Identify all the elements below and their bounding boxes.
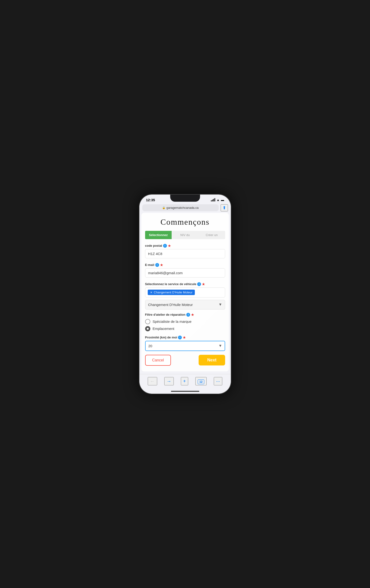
tab-creer[interactable]: Créer un (198, 231, 225, 239)
lock-icon: 🔒 (162, 206, 165, 209)
url-text: garagematchcanada.ca (166, 206, 199, 210)
filter-label: Filtre d'atelier de réparation i ★ (145, 313, 225, 317)
filter-required: ★ (191, 313, 194, 317)
status-time: 12:35 (146, 198, 155, 202)
page-title: Commençons (145, 218, 225, 227)
postal-code-group: code postal i ★ (145, 244, 225, 262)
forward-button[interactable]: → (164, 377, 174, 385)
service-required: ★ (202, 282, 205, 286)
radio-group: Spécialiste de la marque Emplacement (145, 318, 225, 332)
radio-btn-emplacement[interactable] (145, 326, 150, 331)
radio-emplacement-label: Emplacement (153, 326, 174, 331)
browser-bar: 🔒 garagematchcanada.ca ⬆ (140, 203, 231, 213)
postal-code-info-icon[interactable]: i (163, 244, 167, 248)
proximity-required: ★ (183, 336, 186, 339)
share-button[interactable]: ⬆ (221, 204, 228, 211)
tab-count: 12 (198, 379, 204, 384)
email-group: E-mail i ★ (145, 263, 225, 281)
radio-option-marque[interactable]: Spécialiste de la marque (145, 318, 225, 325)
email-required: ★ (160, 263, 163, 267)
battery-icon: ▬ (221, 198, 224, 202)
proximity-info-icon[interactable]: i (178, 336, 182, 339)
service-tag-label: Changement D'Huile Moteur (154, 291, 193, 294)
service-label: Sélectionnez le service de véhicule i ★ (145, 282, 225, 286)
tab-selectionnez[interactable]: Sélectionnez (145, 231, 172, 239)
service-tags-area[interactable]: ✕ Changement D'Huile Moteur (145, 287, 225, 297)
back-button[interactable]: ← (148, 377, 157, 385)
email-input[interactable] (145, 268, 225, 278)
postal-code-required: ★ (168, 244, 171, 248)
add-tab-button[interactable]: + (181, 377, 189, 385)
filter-info-icon[interactable]: i (186, 313, 190, 317)
radio-btn-marque[interactable] (145, 319, 150, 324)
home-indicator (171, 391, 199, 392)
tag-remove-icon[interactable]: ✕ (150, 291, 152, 294)
email-label: E-mail i ★ (145, 263, 225, 267)
service-select-wrapper: Changement D'Huile Moteur ▼ (145, 300, 225, 310)
next-button[interactable]: Next (199, 355, 225, 366)
radio-marque-label: Spécialiste de la marque (153, 319, 191, 324)
service-tag: ✕ Changement D'Huile Moteur (148, 290, 195, 295)
postal-code-label: code postal i ★ (145, 244, 225, 248)
content-scroll[interactable]: Commençons Sélectionnez NIV du Créer un (140, 213, 231, 374)
notch (170, 195, 200, 202)
radio-option-emplacement[interactable]: Emplacement (145, 325, 225, 332)
url-bar[interactable]: 🔒 garagematchcanada.ca (142, 204, 219, 211)
filter-group: Filtre d'atelier de réparation i ★ Spéci… (145, 313, 225, 332)
safari-bottom-bar: ← → + 12 ··· (140, 374, 231, 391)
signal-icon (211, 198, 215, 201)
proximity-select[interactable]: 20 50 100 (145, 341, 225, 351)
phone-frame: 12:35 ▲ ▬ 🔒 garagematchcanada.ca ⬆ (139, 194, 231, 394)
service-select[interactable]: Changement D'Huile Moteur (145, 300, 225, 310)
form-container: Commençons Sélectionnez NIV du Créer un (141, 213, 229, 371)
postal-code-input[interactable] (145, 249, 225, 258)
service-group: Sélectionnez le service de véhicule i ★ … (145, 282, 225, 310)
proximity-group: Proximité (km) de moi i ★ 20 50 100 ▼ (145, 336, 225, 351)
content-area: Commençons Sélectionnez NIV du Créer un (141, 213, 229, 371)
phone-screen: 12:35 ▲ ▬ 🔒 garagematchcanada.ca ⬆ (140, 195, 231, 394)
buttons-row: Cancel Next (145, 355, 225, 367)
proximity-select-wrapper: 20 50 100 ▼ (145, 341, 225, 351)
cancel-button[interactable]: Cancel (145, 355, 171, 366)
tab-niv[interactable]: NIV du (172, 231, 198, 239)
email-info-icon[interactable]: i (155, 263, 159, 267)
tabs-row: Sélectionnez NIV du Créer un (145, 231, 225, 239)
wifi-icon: ▲ (217, 198, 220, 202)
proximity-label: Proximité (km) de moi i ★ (145, 336, 225, 339)
service-info-icon[interactable]: i (197, 282, 201, 286)
more-button[interactable]: ··· (214, 377, 222, 385)
tab-switcher-button[interactable]: 12 (195, 377, 206, 385)
status-icons: ▲ ▬ (211, 198, 224, 202)
